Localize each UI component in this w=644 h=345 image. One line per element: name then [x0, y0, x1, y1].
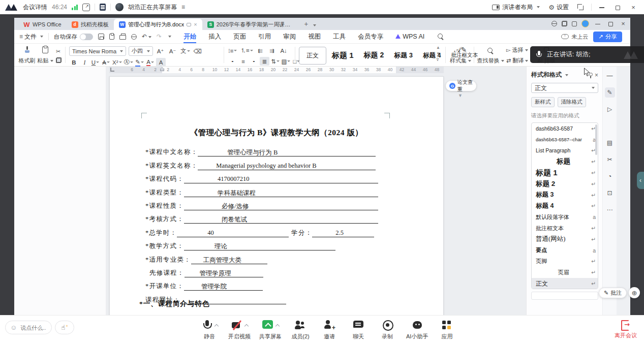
- stack-icon[interactable]: [572, 21, 577, 26]
- chat-input[interactable]: [19, 324, 47, 331]
- style-list-item[interactable]: 页脚 ↵: [532, 256, 598, 267]
- text-effects-icon[interactable]: 文: [180, 47, 191, 55]
- italic-icon[interactable]: I: [80, 58, 89, 67]
- bold-icon[interactable]: B: [69, 58, 79, 67]
- ribbon-tab[interactable]: 会员专享: [358, 30, 383, 43]
- style-list-item[interactable]: 批注框文本 ↵: [532, 223, 598, 234]
- align-left-icon[interactable]: ⹀: [228, 57, 237, 66]
- panel-caret-icon[interactable]: [565, 74, 568, 76]
- online-icon[interactable]: [551, 21, 557, 26]
- export-icon[interactable]: [109, 34, 114, 40]
- wps-close-icon[interactable]: ×: [619, 20, 627, 27]
- side-tool-icon[interactable]: ▷: [605, 104, 615, 114]
- meeting-control-button[interactable]: 成员(2): [290, 319, 311, 340]
- layout-switch-button[interactable]: 演讲者布局: [492, 3, 540, 12]
- find-replace-button[interactable]: 查找替换: [477, 45, 504, 66]
- reaction-button[interactable]: ☝+: [55, 321, 74, 334]
- meeting-control-button[interactable]: 开启视频: [228, 319, 251, 340]
- panel-close-icon[interactable]: ×: [595, 72, 598, 79]
- ribbon-tab[interactable]: 审阅: [283, 30, 296, 43]
- style-gallery-item[interactable]: 正文: [299, 47, 326, 65]
- wps-document-tab[interactable]: d 找稻壳模板 ×: [67, 19, 114, 30]
- wps-share-button[interactable]: ↗分享: [593, 32, 622, 42]
- current-style-select[interactable]: 正文: [531, 83, 598, 93]
- style-list-item[interactable]: dash6b63-6587--char a: [532, 134, 598, 145]
- gallery-scroll[interactable]: ▲▼⊽: [435, 45, 441, 62]
- style-list-item[interactable]: 要点 a: [532, 245, 598, 256]
- style-list-item[interactable]: List Paragraph ↵: [532, 145, 598, 156]
- style-gallery-item[interactable]: 标题 2: [359, 50, 389, 61]
- zoom-button[interactable]: ⊕: [629, 287, 640, 298]
- side-tool-icon[interactable]: ⋯: [605, 205, 615, 215]
- save-icon[interactable]: [98, 34, 104, 40]
- increase-font-icon[interactable]: A⁺: [156, 47, 165, 55]
- style-list-item[interactable]: 标题 1 ↵: [532, 167, 598, 178]
- ribbon-tab[interactable]: 工具: [333, 30, 346, 43]
- style-gallery-item[interactable]: 标题 4: [418, 50, 445, 61]
- undo-button[interactable]: ↶: [142, 33, 151, 40]
- maximize-button[interactable]: [612, 4, 623, 11]
- style-list-item[interactable]: 标题 2 ↵: [532, 178, 598, 190]
- tab-selector-icon[interactable]: [110, 68, 114, 72]
- style-list-scrollbar[interactable]: [595, 124, 597, 155]
- style-gallery-item[interactable]: 标题 3: [389, 50, 417, 61]
- style-list-item[interactable]: 标题 4 ↵: [532, 201, 598, 212]
- cloud-status[interactable]: 未上云: [561, 33, 588, 41]
- paper-check-caret-icon[interactable]: ▼: [458, 93, 463, 98]
- emoji-icon[interactable]: ☺: [10, 324, 17, 331]
- minimize-button[interactable]: [596, 4, 607, 11]
- control-caret-icon[interactable]: [214, 323, 219, 328]
- meeting-control-button[interactable]: 共享屏幕: [259, 319, 282, 340]
- ribbon-tab[interactable]: 视图: [308, 30, 321, 43]
- ribbon-tab[interactable]: 开始: [183, 30, 196, 43]
- number-list-icon[interactable]: ⒈≡: [239, 46, 253, 55]
- meeting-control-button[interactable]: 邀请: [319, 319, 340, 340]
- style-set-button[interactable]: 𝒜✎ 样式集: [449, 45, 472, 66]
- chat-input-pill[interactable]: ☺: [5, 321, 52, 334]
- panel-collapse-handle[interactable]: ‹: [637, 172, 644, 189]
- align-center-icon[interactable]: ≡: [238, 57, 248, 66]
- phonetic-icon[interactable]: Ⓐ: [124, 58, 134, 67]
- history-caret-icon[interactable]: [168, 36, 171, 38]
- side-tool-icon[interactable]: —: [605, 71, 615, 81]
- line-spacing-icon[interactable]: ⇅: [270, 57, 280, 66]
- new-style-button[interactable]: 新样式: [531, 97, 555, 107]
- wps-minimize-icon[interactable]: [594, 20, 602, 27]
- ribbon-tab[interactable]: WPS AI: [395, 30, 424, 43]
- style-list-item[interactable]: 标题 3 ↵: [532, 190, 598, 201]
- ribbon-tab[interactable]: 页面: [233, 30, 246, 43]
- superscript-icon[interactable]: X²: [112, 58, 122, 67]
- wps-document-tab[interactable]: W 管理心理与行为B.docx ×: [114, 19, 202, 30]
- bullet-list-icon[interactable]: ⁝≡: [228, 46, 237, 55]
- font-name-select[interactable]: Times New Roma: [69, 46, 126, 56]
- sort-icon[interactable]: A↓: [279, 46, 289, 55]
- tab-list-button[interactable]: [312, 21, 316, 28]
- highlight-icon[interactable]: ✎: [135, 58, 144, 67]
- style-list-item[interactable]: 页眉 ↵: [532, 267, 598, 278]
- tab-close-icon[interactable]: ×: [194, 21, 197, 27]
- meeting-control-button[interactable]: 录制: [377, 319, 397, 340]
- side-tool-icon[interactable]: ▤: [605, 138, 615, 148]
- close-button[interactable]: ×: [628, 4, 639, 11]
- paper-check-button[interactable]: G 论文查重: [446, 81, 476, 91]
- meeting-control-button[interactable]: 静音: [199, 319, 220, 340]
- wps-restore-icon[interactable]: [606, 20, 615, 27]
- side-tool-icon[interactable]: ◔: [605, 171, 615, 181]
- justify-icon[interactable]: ≣: [260, 57, 269, 66]
- side-tool-icon[interactable]: ✂: [605, 154, 615, 165]
- align-right-icon[interactable]: ⹀: [249, 57, 259, 66]
- share-window-icon[interactable]: ↗: [82, 4, 90, 11]
- clear-format-button[interactable]: 清除格式: [558, 97, 586, 107]
- side-tool-icon[interactable]: [605, 121, 615, 131]
- clear-format-icon[interactable]: ⌫: [193, 47, 203, 55]
- font-size-select[interactable]: 小四: [129, 46, 153, 56]
- settings-button[interactable]: ⚙ 设置: [548, 3, 569, 12]
- file-menu[interactable]: ≡ 文件: [19, 33, 43, 41]
- annotate-button[interactable]: ✎ 批注: [599, 288, 627, 298]
- style-list-item[interactable]: dash6b63-6587 ↵: [532, 123, 598, 134]
- document-area[interactable]: 642 246810121416182022242628303234363840…: [106, 67, 526, 315]
- shading-icon[interactable]: ▨: [281, 57, 291, 66]
- new-tab-button[interactable]: ＋: [303, 19, 310, 28]
- underline-icon[interactable]: U: [90, 58, 100, 67]
- ribbon-tab[interactable]: 插入: [208, 30, 221, 43]
